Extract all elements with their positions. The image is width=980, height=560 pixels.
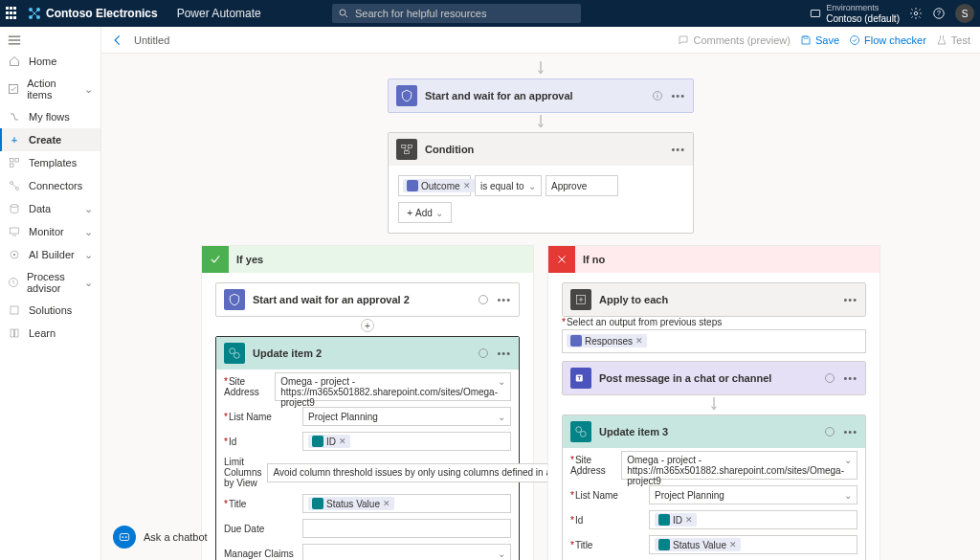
svg-rect-16	[11, 164, 14, 168]
avatar[interactable]: S	[955, 4, 974, 23]
home-icon	[8, 55, 21, 68]
test-button[interactable]: Test	[936, 34, 970, 46]
more-icon[interactable]: •••	[843, 294, 858, 305]
sidebar-item-label: Data	[29, 203, 51, 214]
connector-icon	[8, 179, 21, 192]
sharepoint-icon	[570, 421, 591, 442]
more-icon[interactable]: •••	[671, 144, 685, 155]
settings-icon[interactable]	[909, 7, 923, 20]
info-icon[interactable]	[478, 347, 489, 359]
flow-canvas[interactable]: Start and wait for an approval ••• Condi…	[101, 54, 980, 560]
if-no-header[interactable]: If no	[548, 246, 880, 273]
more-icon[interactable]: •••	[671, 90, 685, 101]
more-icon[interactable]: •••	[843, 372, 858, 384]
remove-token-icon[interactable]: ✕	[383, 499, 390, 508]
svg-text:T: T	[577, 375, 581, 381]
sidebar-item-action-items[interactable]: Action items⌄	[0, 73, 100, 105]
sidebar-item-label: AI Builder	[29, 249, 75, 260]
sidebar-item-learn[interactable]: Learn	[0, 322, 100, 345]
id-input[interactable]: ID✕	[302, 432, 511, 451]
sidebar-item-connectors[interactable]: Connectors	[0, 174, 100, 197]
more-icon[interactable]: •••	[843, 426, 858, 437]
checklist-icon	[8, 82, 19, 96]
save-button[interactable]: Save	[800, 34, 839, 46]
info-icon[interactable]	[824, 372, 835, 384]
flow-checker-button[interactable]: Flow checker	[849, 34, 926, 46]
if-no-branch: If no Apply to each ••• *Sele	[547, 245, 880, 560]
sidebar-item-label: Solutions	[29, 304, 72, 316]
back-button[interactable]	[111, 34, 124, 47]
due-date-input[interactable]	[302, 519, 511, 538]
sidebar-item-solutions[interactable]: Solutions	[0, 299, 100, 322]
app-launcher-icon[interactable]	[6, 7, 19, 20]
remove-token-icon[interactable]: ✕	[685, 515, 693, 525]
svg-text:?: ?	[937, 10, 941, 16]
svg-point-32	[657, 93, 658, 94]
flow-title[interactable]: Untitled	[134, 34, 169, 46]
update-item-3-card[interactable]: Update item 3 ••• *Site AddressOmega - p…	[562, 414, 866, 560]
list-name-input[interactable]: Project Planning⌄	[302, 407, 511, 426]
help-icon[interactable]: ?	[932, 7, 946, 20]
sidebar-item-templates[interactable]: Templates	[0, 151, 100, 174]
condition-operator-select[interactable]: is equal to⌄	[475, 175, 542, 196]
comments-button[interactable]: Comments (preview)	[678, 34, 790, 46]
condition-left-input[interactable]: Outcome✕	[398, 175, 471, 196]
sidebar: Home Action items⌄ My flows +Create Temp…	[0, 27, 101, 560]
manager-claims-input[interactable]: ⌄	[302, 544, 511, 560]
remove-token-icon[interactable]: ✕	[339, 437, 346, 446]
prev-steps-input[interactable]: Responses✕	[562, 329, 866, 353]
ai-icon	[8, 248, 21, 261]
remove-token-icon[interactable]: ✕	[635, 336, 643, 346]
add-condition-button[interactable]: +Add⌄	[398, 202, 452, 223]
svg-rect-26	[11, 306, 18, 314]
sidebar-item-process-advisor[interactable]: Process advisor⌄	[0, 266, 100, 299]
book-icon	[8, 326, 21, 340]
insert-step-button[interactable]: +	[361, 319, 374, 332]
info-icon[interactable]	[478, 294, 489, 305]
limit-columns-input[interactable]: Avoid column threshold issues by only us…	[267, 463, 586, 482]
chevron-down-icon: ⌄	[84, 249, 93, 261]
environment-picker[interactable]: Environments Contoso (default)	[809, 3, 900, 24]
search-input[interactable]	[332, 4, 581, 23]
post-message-card[interactable]: T Post message in a chat or channel •••	[562, 361, 866, 395]
condition-value-input[interactable]: Approve	[546, 175, 618, 196]
approval2-card[interactable]: Start and wait for an approval 2 •••	[215, 282, 520, 317]
hamburger-icon[interactable]	[0, 31, 100, 50]
approval-card[interactable]: Start and wait for an approval •••	[388, 78, 694, 113]
remove-token-icon[interactable]: ✕	[729, 540, 737, 549]
apply-to-each-card[interactable]: Apply to each •••	[562, 282, 866, 317]
site-address-input[interactable]: Omega - project - https://m365x501882.sh…	[621, 451, 858, 480]
sidebar-item-label: Monitor	[29, 226, 64, 237]
list-name-input[interactable]: Project Planning⌄	[649, 485, 858, 504]
approval-icon	[224, 289, 245, 310]
sidebar-item-monitor[interactable]: Monitor⌄	[0, 220, 100, 243]
site-address-input[interactable]: Omega - project - https://m365x501882.sh…	[275, 372, 511, 401]
branch-label: If yes	[236, 254, 263, 265]
if-yes-header[interactable]: If yes	[202, 246, 533, 273]
sidebar-item-ai-builder[interactable]: AI Builder⌄	[0, 243, 100, 266]
update-item-2-card[interactable]: Update item 2 ••• *Site AddressOmega - p…	[215, 336, 520, 560]
card-title: Update item 2	[253, 347, 322, 359]
card-title: Apply to each	[599, 294, 668, 305]
condition-card[interactable]: Condition ••• Outcome✕ is equal to⌄ Appr…	[388, 132, 694, 234]
arrow-icon	[536, 59, 546, 78]
id-input[interactable]: ID✕	[649, 510, 858, 529]
remove-token-icon[interactable]: ✕	[463, 181, 471, 190]
svg-rect-15	[15, 159, 19, 163]
flow-icon	[8, 110, 21, 123]
title-input[interactable]: Status Value✕	[649, 535, 858, 554]
more-icon[interactable]: •••	[497, 294, 511, 305]
sidebar-item-home[interactable]: Home	[0, 50, 100, 73]
sidebar-item-create[interactable]: +Create	[0, 128, 100, 151]
product-name[interactable]: Power Automate	[177, 7, 261, 20]
sidebar-item-my-flows[interactable]: My flows	[0, 105, 100, 128]
info-icon[interactable]	[652, 90, 663, 101]
sidebar-item-label: Templates	[29, 157, 77, 168]
title-input[interactable]: Status Value✕	[302, 494, 511, 513]
svg-point-56	[826, 428, 835, 437]
condition-icon	[396, 139, 417, 160]
chatbot-button[interactable]: Ask a chatbot	[113, 526, 208, 549]
sidebar-item-data[interactable]: Data⌄	[0, 197, 100, 220]
info-icon[interactable]	[824, 426, 835, 437]
more-icon[interactable]: •••	[497, 347, 511, 359]
